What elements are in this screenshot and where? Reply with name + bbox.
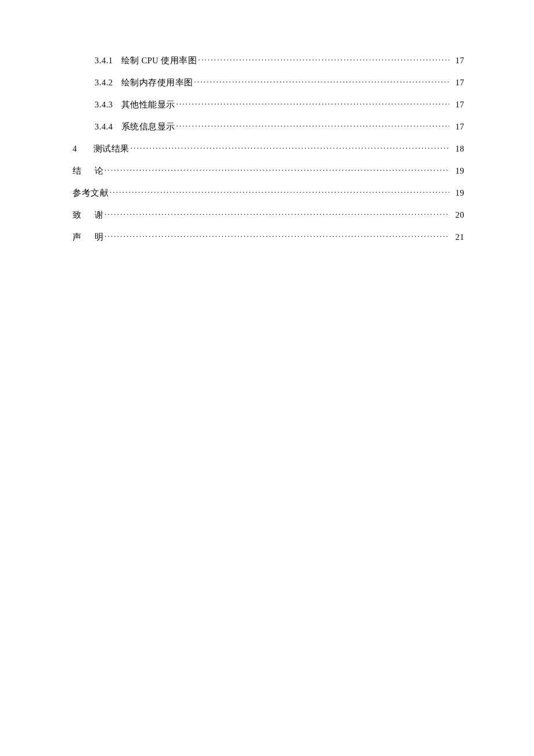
toc-leader-dots xyxy=(131,143,449,152)
toc-page: 17 xyxy=(452,78,464,88)
toc-entry: 3.4.4 系统信息显示 17 xyxy=(73,121,464,132)
toc-entry: 结 论 19 xyxy=(73,165,464,177)
toc-page: 18 xyxy=(452,144,464,154)
toc-number: 结 xyxy=(73,165,82,177)
toc-number: 3.4.2 xyxy=(95,78,113,88)
toc-page: 21 xyxy=(452,232,464,242)
toc-title: 其他性能显示 xyxy=(121,99,175,110)
toc-leader-dots xyxy=(198,55,449,63)
toc-entry: 致 谢 20 xyxy=(73,209,464,221)
toc-leader-dots xyxy=(104,231,449,240)
toc-leader-dots xyxy=(110,187,449,196)
toc-page: 17 xyxy=(452,122,464,132)
toc-page: 17 xyxy=(452,100,464,110)
toc-number: 4 xyxy=(73,144,77,154)
toc-page: 19 xyxy=(452,188,464,198)
toc-number: 声 xyxy=(73,232,82,243)
toc-entry: 3.4.3 其他性能显示 17 xyxy=(73,99,464,110)
toc-title: 绘制内存使用率图 xyxy=(121,77,193,88)
toc-entry: 参考文献 19 xyxy=(73,187,464,199)
toc-title: 系统信息显示 xyxy=(121,121,175,132)
toc-number: 致 xyxy=(73,210,82,221)
toc-title: 绘制 CPU 使用率图 xyxy=(121,55,197,66)
toc-leader-dots xyxy=(176,99,450,107)
toc-title: 参考文献 xyxy=(73,188,109,199)
toc-entry: 3.4.1 绘制 CPU 使用率图 17 xyxy=(73,55,464,66)
toc-container: 3.4.1 绘制 CPU 使用率图 17 3.4.2 绘制内存使用率图 17 3… xyxy=(73,55,464,243)
toc-number: 3.4.4 xyxy=(95,122,113,132)
toc-page: 17 xyxy=(452,56,464,66)
toc-number: 3.4.1 xyxy=(95,56,113,66)
toc-number: 3.4.3 xyxy=(95,100,113,110)
toc-leader-dots xyxy=(176,121,450,129)
toc-entry: 声 明 21 xyxy=(73,231,464,243)
toc-title: 测试结果 xyxy=(93,143,129,154)
toc-entry: 4 测试结果 18 xyxy=(73,143,464,154)
toc-page: 20 xyxy=(452,210,464,220)
toc-title: 明 xyxy=(95,232,104,243)
toc-leader-dots xyxy=(194,77,450,85)
toc-title: 谢 xyxy=(95,210,104,221)
toc-leader-dots xyxy=(104,209,449,218)
toc-leader-dots xyxy=(104,165,449,174)
toc-title: 论 xyxy=(95,165,104,177)
toc-page: 19 xyxy=(452,166,464,176)
toc-entry: 3.4.2 绘制内存使用率图 17 xyxy=(73,77,464,88)
